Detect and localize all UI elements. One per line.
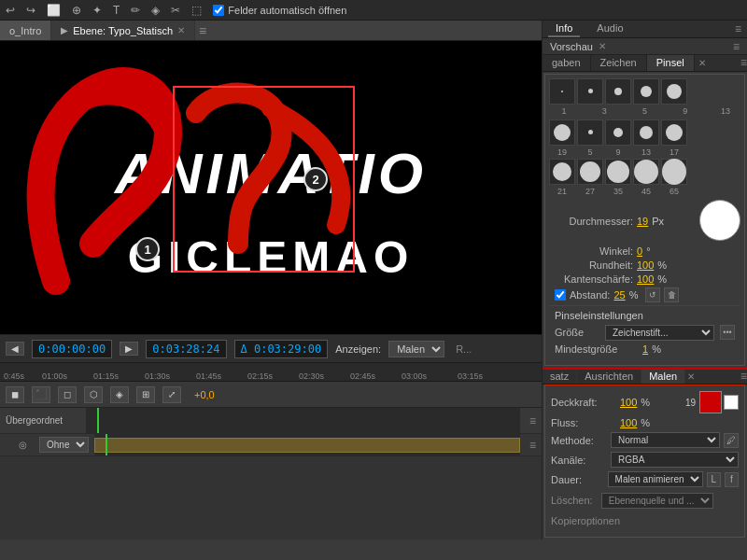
- brush-row-3-nums: 21 27 35 45 65: [549, 187, 740, 196]
- rundheit-value[interactable]: 100: [637, 259, 654, 271]
- rundheit-row: Rundheit: 100 %: [549, 259, 740, 271]
- tab-audio[interactable]: Audio: [589, 21, 630, 37]
- vorschau-bar: Vorschau ✕ ≡: [543, 38, 747, 55]
- swatch-white[interactable]: [724, 395, 739, 410]
- tab-gaben[interactable]: gaben: [543, 55, 591, 71]
- abstand-label: Abstand:: [570, 289, 610, 301]
- timeline-track-sub[interactable]: [94, 434, 520, 455]
- timeline-menu-icon[interactable]: ≡: [529, 414, 536, 427]
- brush-dot-sm2[interactable]: [605, 78, 631, 105]
- layer-mode-select[interactable]: Ohne: [39, 437, 89, 453]
- grosse-dots-icon[interactable]: •••: [720, 325, 735, 340]
- grosse-select[interactable]: Zeichenstift...: [605, 325, 714, 341]
- mindestgrosse-value[interactable]: 1: [642, 343, 648, 355]
- malen-close-icon[interactable]: ✕: [687, 371, 695, 382]
- brush-dot-xl2[interactable]: [549, 159, 575, 185]
- tab-pinsel[interactable]: Pinsel: [647, 55, 695, 71]
- dauer-select[interactable]: Malen animieren: [608, 471, 703, 487]
- brush-dot-lg2[interactable]: [633, 119, 659, 146]
- panel-menu-icon[interactable]: ≡: [740, 56, 747, 69]
- sub-menu-icon[interactable]: ≡: [529, 439, 536, 452]
- fluss-value[interactable]: 100: [620, 417, 637, 428]
- tool-icon-5[interactable]: ✏: [131, 4, 140, 17]
- tool-icon-1[interactable]: ⬜: [47, 4, 61, 17]
- kantenscharfe-label: Kantenschärfe:: [549, 273, 633, 285]
- brush-dot-xxl3[interactable]: [633, 159, 659, 185]
- expand-icon[interactable]: ≡: [199, 23, 206, 38]
- vorschau-close[interactable]: ✕: [599, 41, 606, 51]
- tool-icon-3[interactable]: ✦: [92, 4, 102, 17]
- loschen-select[interactable]: Ebenenquelle und ...: [601, 493, 713, 509]
- brush-dot-md2[interactable]: [661, 78, 687, 105]
- malen-menu-icon[interactable]: ≡: [740, 370, 747, 383]
- tab-satz[interactable]: satz: [543, 370, 577, 384]
- trash-icon[interactable]: 🗑: [664, 287, 679, 302]
- brush-dot-md1[interactable]: [633, 78, 659, 105]
- total-time-display[interactable]: 0:03:28:24: [146, 340, 226, 358]
- brush-num-5: 5: [632, 106, 658, 116]
- brush-dot-xl1[interactable]: [661, 119, 687, 146]
- tool-btn-4[interactable]: ⬡: [84, 386, 103, 403]
- dauer-icon-1[interactable]: L: [707, 472, 721, 487]
- swatch-red[interactable]: [699, 391, 722, 413]
- kanal-select[interactable]: RGBA: [611, 452, 739, 468]
- tool-icon-7[interactable]: ✂: [171, 4, 180, 17]
- tab-zeichen[interactable]: Zeichen: [591, 55, 647, 71]
- tool-btn-7[interactable]: ⤢: [162, 386, 181, 403]
- abstand-value[interactable]: 25: [613, 289, 625, 301]
- scroll-area: [689, 78, 715, 105]
- durchmesser-value[interactable]: 19: [637, 216, 648, 227]
- tool-icon-6[interactable]: ◈: [151, 4, 160, 17]
- tool-btn-6[interactable]: ⊞: [136, 386, 155, 403]
- methode-select[interactable]: Normal: [611, 432, 720, 448]
- ruler-tick-6: 02:30s: [299, 371, 324, 381]
- arrow-right-icon[interactable]: ↪: [26, 4, 35, 17]
- tool-icon-4[interactable]: T: [113, 4, 120, 17]
- auto-open-checkbox-label[interactable]: Felder automatisch öffnen: [213, 5, 346, 16]
- kantenscharfe-value[interactable]: 100: [637, 273, 654, 285]
- winkel-value[interactable]: 0: [637, 245, 642, 257]
- tool-icon-2[interactable]: ⊕: [72, 4, 81, 17]
- brush-row-dots-3: [549, 159, 740, 185]
- reset-icon[interactable]: ↺: [645, 287, 660, 302]
- brush-dot-xxxl[interactable]: [661, 159, 687, 185]
- brush-dot-xxl2[interactable]: [605, 159, 631, 185]
- info-panel-menu-icon[interactable]: ≡: [735, 22, 741, 35]
- brush-num-13b: 13: [633, 147, 659, 157]
- deckkraft-value[interactable]: 100: [620, 397, 637, 408]
- next-frame-btn[interactable]: ▶: [120, 342, 138, 356]
- prev-frame-btn[interactable]: ◀: [6, 342, 24, 356]
- brush-dot-sm3[interactable]: [577, 119, 603, 146]
- brush-dot-md3[interactable]: [605, 119, 631, 146]
- tab-intro[interactable]: o_Intro: [0, 21, 51, 40]
- tool-btn-2[interactable]: ⬛: [32, 386, 50, 403]
- tab-close-icon[interactable]: ✕: [177, 25, 185, 35]
- tab-typo[interactable]: ▶ Ebene: Typo_Statisch ✕: [51, 21, 195, 40]
- brush-dot-lg1[interactable]: [549, 119, 575, 146]
- auto-open-checkbox[interactable]: [213, 5, 224, 16]
- anzeigen-select[interactable]: Malen: [388, 341, 444, 357]
- visibility-icon[interactable]: ◎: [19, 440, 34, 450]
- timeline-track-main[interactable]: [86, 408, 520, 433]
- methode-eyedrop-icon[interactable]: 🖊: [724, 433, 739, 448]
- tab-ausrichten[interactable]: Ausrichten: [577, 370, 641, 384]
- abstand-checkbox-wrap[interactable]: Abstand:: [555, 289, 610, 301]
- abstand-checkbox[interactable]: [555, 289, 566, 301]
- tool-icon-8[interactable]: ⬚: [191, 4, 202, 17]
- tab-malen[interactable]: Malen: [641, 370, 685, 384]
- vorschau-menu-icon[interactable]: ≡: [733, 40, 740, 53]
- layer-area: Übergeordnet ≡ ◎ Ohne ≡: [0, 408, 542, 539]
- kopier-row: Kopieroptionen: [551, 513, 739, 528]
- tool-btn-1[interactable]: ◼: [6, 386, 24, 403]
- tab-info[interactable]: Info: [548, 21, 580, 37]
- tool-btn-5[interactable]: ◈: [110, 386, 129, 403]
- durchmesser-row: Durchmesser: 19 Px: [549, 200, 740, 243]
- panel-close-icon[interactable]: ✕: [698, 58, 706, 68]
- current-time-display[interactable]: 0:00:00:00: [32, 340, 112, 358]
- brush-dot-sm1[interactable]: [577, 78, 603, 105]
- dauer-icon-2[interactable]: f: [725, 472, 739, 487]
- arrow-icon[interactable]: ↩: [6, 4, 15, 17]
- brush-dot-xxl1[interactable]: [577, 159, 603, 185]
- brush-dot-tiny[interactable]: [549, 78, 575, 105]
- tool-btn-3[interactable]: ◻: [58, 386, 77, 403]
